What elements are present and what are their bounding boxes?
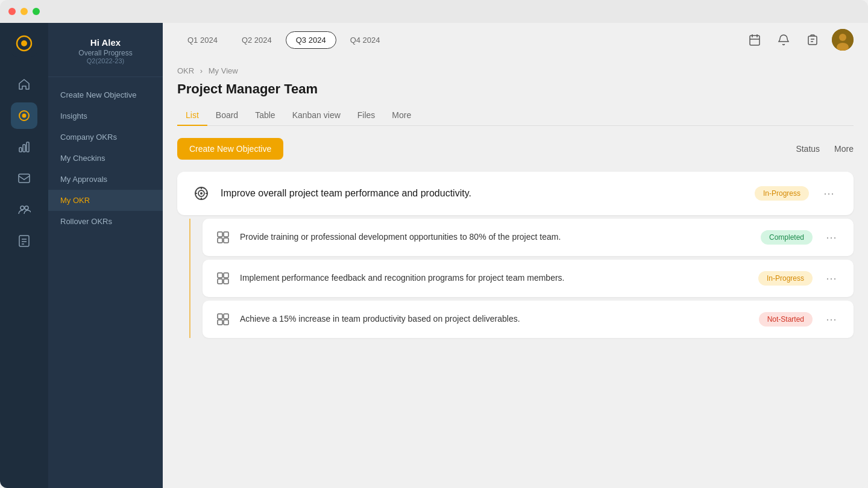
user-avatar[interactable]: [832, 29, 854, 51]
nav-item-create-new-objective[interactable]: Create New Objective: [48, 84, 163, 105]
svg-point-22: [839, 34, 846, 41]
sidebar-icon-home[interactable]: [11, 71, 37, 98]
svg-point-8: [20, 206, 24, 210]
top-right-icons: [745, 29, 854, 51]
tab-list[interactable]: List: [177, 105, 207, 126]
kr-1-icon: [215, 229, 231, 246]
objective-title: Improve overall project team performance…: [221, 188, 745, 199]
svg-rect-35: [218, 273, 222, 278]
kr-card-2: Implement performance feedback and recog…: [203, 260, 854, 297]
svg-rect-14: [750, 36, 760, 45]
clipboard-icon[interactable]: [803, 30, 822, 49]
status-label: Status: [796, 144, 820, 154]
calendar-icon[interactable]: [745, 30, 764, 49]
view-tabs: List Board Table Kanban view Files More: [177, 105, 854, 126]
kr-2-status-badge: In-Progress: [758, 271, 813, 286]
close-dot[interactable]: [8, 8, 16, 15]
minimize-dot[interactable]: [20, 8, 28, 15]
svg-rect-4: [19, 148, 22, 152]
nav-items-list: Create New ObjectiveInsightsCompany OKRs…: [48, 77, 163, 488]
nav-item-rollover-okrs[interactable]: Rollover OKRs: [48, 211, 163, 232]
sidebar-icon-reports[interactable]: [11, 228, 37, 254]
svg-rect-38: [224, 279, 228, 284]
objective-status-badge: In-Progress: [755, 186, 809, 201]
breadcrumb-separator: ›: [200, 66, 205, 75]
kr-1-status-badge: Completed: [761, 230, 813, 245]
sidebar-icon-team[interactable]: [11, 196, 37, 223]
overall-progress-label: Overall Progress: [58, 49, 153, 57]
sidebar-icon-analytics[interactable]: [11, 134, 37, 160]
svg-rect-31: [218, 232, 222, 237]
user-greeting: Hi Alex: [58, 37, 153, 48]
svg-rect-33: [218, 238, 222, 243]
user-quarter: Q2(2022-23): [58, 57, 153, 64]
quarter-tab-q1-2024[interactable]: Q1 2024: [177, 31, 228, 49]
key-results-container: Provide training or professional develop…: [189, 219, 854, 338]
kr-1-text: Provide training or professional develop…: [240, 231, 752, 243]
nav-item-my-okr[interactable]: My OKR: [48, 190, 163, 211]
nav-item-insights[interactable]: Insights: [48, 105, 163, 127]
nav-item-my-checkins[interactable]: My Checkins: [48, 148, 163, 169]
tab-board[interactable]: Board: [207, 105, 247, 126]
nav-item-my-approvals[interactable]: My Approvals: [48, 169, 163, 190]
notification-icon[interactable]: [774, 30, 793, 49]
objective-menu-button[interactable]: ⋯: [819, 184, 839, 202]
quarter-tab-q3-2024[interactable]: Q3 2024: [286, 31, 336, 49]
svg-rect-10: [19, 236, 29, 246]
kr-card-3: Achieve a 15% increase in team productiv…: [203, 301, 854, 338]
kr-2-icon: [215, 270, 231, 287]
toolbar-row: Create New Objective Status More: [177, 138, 854, 160]
quarter-tab-q2-2024[interactable]: Q2 2024: [231, 31, 282, 49]
svg-rect-39: [218, 314, 222, 319]
svg-point-9: [25, 206, 28, 210]
titlebar: [0, 0, 868, 23]
kr-card-1: Provide training or professional develop…: [203, 219, 854, 256]
kr-3-menu-button[interactable]: ⋯: [821, 310, 841, 328]
svg-point-3: [22, 114, 27, 118]
nav-sidebar: Hi Alex Overall Progress Q2(2022-23) Cre…: [48, 23, 163, 488]
svg-rect-7: [19, 174, 30, 183]
svg-rect-42: [224, 320, 228, 325]
sidebar-icon-messages[interactable]: [11, 165, 37, 192]
tab-kanban[interactable]: Kanban view: [284, 105, 349, 126]
app-window: Hi Alex Overall Progress Q2(2022-23) Cre…: [0, 0, 868, 488]
kr-2-text: Implement performance feedback and recog…: [240, 272, 750, 284]
breadcrumb-my-view: My View: [209, 66, 238, 75]
page-title: Project Manager Team: [177, 81, 854, 97]
kr-1-menu-button[interactable]: ⋯: [821, 228, 841, 246]
main-content: Q1 2024 Q2 2024 Q3 2024 Q4 2024: [163, 23, 868, 488]
kr-3-status-badge: Not-Started: [759, 312, 813, 327]
svg-point-1: [21, 40, 27, 46]
kr-2-menu-button[interactable]: ⋯: [821, 269, 841, 287]
svg-point-26: [200, 192, 203, 195]
toolbar-right: Status More: [796, 144, 854, 154]
svg-rect-37: [218, 279, 222, 284]
kr-3-text: Achieve a 15% increase in team productiv…: [240, 313, 750, 325]
svg-rect-18: [808, 36, 817, 45]
kr-3-icon: [215, 311, 231, 328]
svg-rect-34: [224, 238, 228, 243]
tab-files[interactable]: Files: [349, 105, 384, 126]
quarter-tabs: Q1 2024 Q2 2024 Q3 2024 Q4 2024: [177, 31, 391, 49]
breadcrumb: OKR › My View: [177, 66, 854, 75]
tab-more[interactable]: More: [383, 105, 420, 126]
svg-rect-5: [23, 145, 25, 152]
create-objective-button[interactable]: Create New Objective: [177, 138, 283, 160]
content-area: OKR › My View Project Manager Team List …: [163, 57, 868, 488]
top-bar: Q1 2024 Q2 2024 Q3 2024 Q4 2024: [163, 23, 868, 57]
svg-rect-36: [224, 273, 228, 278]
logo[interactable]: [11, 30, 37, 57]
more-label[interactable]: More: [834, 144, 854, 154]
breadcrumb-okr: OKR: [177, 66, 194, 75]
objective-card: Improve overall project team performance…: [177, 172, 854, 215]
nav-item-company-okrs[interactable]: Company OKRs: [48, 127, 163, 148]
svg-rect-6: [27, 142, 29, 152]
sidebar-icon-okr[interactable]: [11, 102, 37, 129]
quarter-tab-q4-2024[interactable]: Q4 2024: [340, 31, 391, 49]
tab-table[interactable]: Table: [247, 105, 283, 126]
svg-rect-32: [224, 232, 228, 237]
maximize-dot[interactable]: [33, 8, 40, 15]
user-section: Hi Alex Overall Progress Q2(2022-23): [48, 23, 163, 77]
app-body: Hi Alex Overall Progress Q2(2022-23) Cre…: [0, 23, 868, 488]
icon-sidebar: [0, 23, 48, 488]
